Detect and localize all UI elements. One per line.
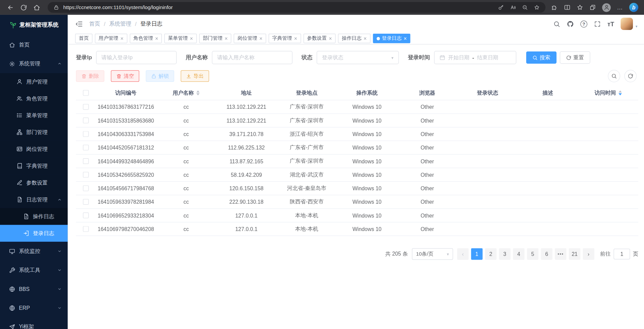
split-screen-icon[interactable] bbox=[564, 4, 571, 11]
sidebar-item[interactable]: 字典管理 bbox=[0, 158, 68, 174]
row-checkbox[interactable] bbox=[83, 172, 89, 177]
row-checkbox[interactable] bbox=[83, 212, 89, 218]
page-button[interactable]: 5 bbox=[527, 248, 538, 260]
fullscreen-icon[interactable] bbox=[594, 20, 601, 27]
reset-button[interactable]: 重置 bbox=[560, 52, 590, 64]
goto-page-input[interactable] bbox=[614, 249, 630, 260]
select-all-checkbox[interactable] bbox=[83, 90, 89, 96]
username-input[interactable]: 请输入用户名称 bbox=[212, 51, 292, 64]
password-key-icon[interactable] bbox=[498, 4, 504, 10]
search-button[interactable]: 搜索 bbox=[526, 52, 557, 64]
page-button[interactable]: 1 bbox=[471, 248, 482, 260]
sidebar-item[interactable]: Yi框架 bbox=[0, 317, 68, 329]
sidebar-item[interactable]: 登录日志 bbox=[0, 225, 68, 242]
tab-close-icon[interactable]: × bbox=[329, 36, 332, 41]
reload-button[interactable] bbox=[17, 2, 30, 13]
sidebar-item[interactable]: ERP bbox=[0, 298, 68, 317]
site-lock-icon[interactable] bbox=[53, 4, 59, 10]
tab-close-icon[interactable]: × bbox=[190, 36, 193, 41]
sidebar-item[interactable]: 部门管理 bbox=[0, 124, 68, 140]
next-page-button[interactable]: › bbox=[583, 248, 594, 260]
help-icon[interactable]: ? bbox=[580, 20, 587, 27]
prev-page-button[interactable]: ‹ bbox=[457, 248, 469, 260]
url-text[interactable]: https://ccnetcore.com:1101/system/log/lo… bbox=[63, 4, 494, 10]
sort-caret[interactable] bbox=[196, 90, 200, 95]
page-button[interactable]: 4 bbox=[513, 248, 525, 260]
tab-item[interactable]: 角色管理× bbox=[130, 34, 162, 43]
sidebar-item[interactable]: 用户管理 bbox=[0, 73, 68, 90]
sidebar-item[interactable]: 菜单管理 bbox=[0, 107, 68, 124]
font-size-icon[interactable]: тT bbox=[607, 20, 614, 27]
zoom-out-icon[interactable] bbox=[522, 4, 528, 10]
row-checkbox[interactable] bbox=[83, 104, 89, 110]
tab-close-icon[interactable]: × bbox=[404, 36, 407, 41]
sidebar-toggle-icon[interactable] bbox=[75, 20, 83, 28]
tab-item[interactable]: 用户管理× bbox=[95, 34, 127, 43]
home-button[interactable] bbox=[30, 2, 43, 13]
breadcrumb-item[interactable]: 首页 bbox=[89, 20, 100, 28]
tab-item[interactable]: 操作日志× bbox=[338, 34, 370, 43]
tab-close-icon[interactable]: × bbox=[364, 36, 367, 41]
delete-button[interactable]: 删除 bbox=[76, 70, 104, 82]
sidebar-item[interactable]: 系统工具 bbox=[0, 261, 68, 279]
login-time-range-picker[interactable]: 开始日期 - 结束日期 bbox=[434, 51, 516, 64]
avatar-caret-icon[interactable]: ▾ bbox=[636, 24, 638, 30]
tab-item[interactable]: 部门管理× bbox=[199, 34, 231, 43]
page-button[interactable]: 3 bbox=[499, 248, 510, 260]
page-button[interactable]: 6 bbox=[541, 248, 552, 260]
page-size-select[interactable]: 10条/页▾ bbox=[412, 248, 453, 260]
row-checkbox[interactable] bbox=[83, 226, 89, 232]
login-ip-input[interactable]: 请输入登录Ip bbox=[96, 51, 177, 64]
start-date-placeholder[interactable]: 开始日期 bbox=[448, 54, 469, 61]
status-select[interactable]: 登录状态▾ bbox=[317, 51, 399, 64]
tab-active[interactable]: 登录日志× bbox=[373, 34, 410, 43]
address-bar[interactable]: https://ccnetcore.com:1101/system/log/lo… bbox=[48, 2, 545, 13]
refresh-table-button[interactable] bbox=[624, 70, 637, 83]
sidebar-item[interactable]: 角色管理 bbox=[0, 90, 68, 107]
add-favorite-icon[interactable] bbox=[534, 4, 540, 10]
row-checkbox[interactable] bbox=[83, 145, 89, 151]
sidebar-item[interactable]: 首页 bbox=[0, 35, 68, 54]
clear-button[interactable]: 清空 bbox=[111, 70, 139, 82]
page-button[interactable]: 2 bbox=[485, 248, 497, 260]
more-pages-button[interactable]: ••• bbox=[555, 248, 566, 260]
tab-close-icon[interactable]: × bbox=[155, 36, 158, 41]
extensions-icon[interactable] bbox=[551, 4, 558, 11]
sidebar-item[interactable]: 参数设置 bbox=[0, 174, 68, 191]
export-button[interactable]: 导出 bbox=[181, 70, 209, 82]
read-aloud-icon[interactable] bbox=[510, 4, 516, 10]
tab-close-icon[interactable]: × bbox=[224, 36, 227, 41]
row-checkbox[interactable] bbox=[83, 118, 89, 123]
tab-item[interactable]: 岗位管理× bbox=[234, 34, 266, 43]
page-button[interactable]: 21 bbox=[569, 248, 580, 260]
tab-item[interactable]: 字典管理× bbox=[269, 34, 301, 43]
row-checkbox[interactable] bbox=[83, 199, 89, 205]
sidebar-item[interactable]: 日志管理 bbox=[0, 191, 68, 208]
row-checkbox[interactable] bbox=[83, 131, 89, 137]
toggle-search-button[interactable] bbox=[608, 70, 620, 83]
sidebar-item[interactable]: BBS bbox=[0, 279, 68, 298]
bing-icon[interactable]: b bbox=[629, 3, 638, 12]
column-header[interactable]: 用户名称 bbox=[156, 89, 216, 96]
tab-close-icon[interactable]: × bbox=[294, 36, 297, 41]
github-icon[interactable] bbox=[567, 20, 574, 27]
column-header[interactable]: 访问时间 bbox=[578, 89, 638, 96]
tab-close-icon[interactable]: × bbox=[120, 36, 123, 41]
row-checkbox[interactable] bbox=[83, 186, 89, 191]
tab-item[interactable]: 菜单管理× bbox=[165, 34, 197, 43]
sidebar-item[interactable]: 岗位管理 bbox=[0, 140, 68, 157]
back-button[interactable] bbox=[4, 2, 16, 13]
breadcrumb-item[interactable]: 系统管理 bbox=[109, 20, 131, 28]
browser-profile-avatar[interactable] bbox=[602, 3, 611, 12]
sidebar-item[interactable]: 系统管理 bbox=[0, 54, 68, 73]
sidebar-item[interactable]: 操作日志 bbox=[0, 208, 68, 225]
app-logo[interactable]: 意框架管理系统 bbox=[0, 15, 68, 35]
sidebar-item[interactable]: 系统监控 bbox=[0, 242, 68, 261]
header-search-icon[interactable] bbox=[553, 20, 560, 27]
unlock-button[interactable]: 解锁 bbox=[146, 70, 174, 82]
favorites-icon[interactable] bbox=[577, 4, 583, 11]
sort-caret[interactable] bbox=[618, 90, 622, 95]
row-checkbox[interactable] bbox=[83, 158, 89, 164]
browser-menu-icon[interactable]: … bbox=[617, 5, 623, 9]
collections-icon[interactable] bbox=[589, 4, 596, 11]
